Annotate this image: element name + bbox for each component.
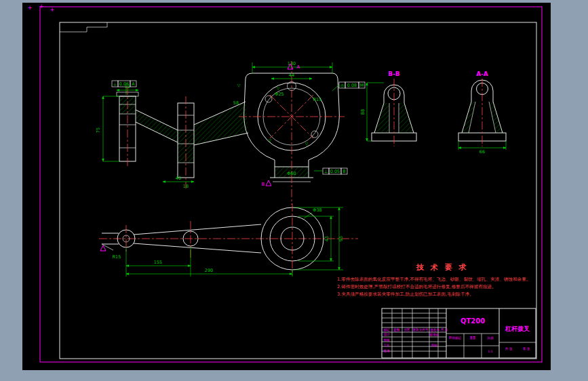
section-label-a: A-A [476, 71, 488, 77]
gdt-symbol: ⊥ [113, 81, 117, 87]
dimension-label: 66 [479, 149, 485, 155]
gdt-symbol: ◎ [340, 83, 345, 88]
dimension-label: Φ60 [287, 171, 296, 176]
titleblock-label: 审核 [431, 344, 437, 347]
dimension-label: 95 [338, 236, 344, 241]
drawing-canvas[interactable] [22, 3, 551, 370]
titleblock-label: 工艺 [383, 343, 390, 347]
dimension-label: 40 [176, 176, 181, 181]
dimension-label: 88 [360, 109, 366, 115]
titleblock-label: 标记 [383, 327, 390, 332]
section-label-b: B-B [388, 71, 400, 77]
dimension-label: R15 [113, 254, 121, 260]
plus-mark-icon: + [50, 7, 55, 13]
plus-mark-icon: + [28, 5, 33, 11]
titleblock-part-name: 杠杆拨叉 [505, 325, 530, 332]
datum-letter-b: B [262, 182, 265, 187]
dimension-label: Φ38 [313, 207, 321, 213]
titleblock-label: 分区 [403, 328, 410, 332]
gdt-symbol: ⊥ [324, 169, 328, 174]
titleblock-label: 更改文件号 [413, 327, 429, 332]
titleblock-label: 重量 [469, 336, 476, 340]
titleblock-label: 阶段标记 [449, 336, 462, 340]
dimension-label: 12 [125, 84, 130, 89]
gdt-value: 0.08 [347, 83, 357, 88]
dimension-label: 44 [289, 73, 294, 78]
dimension-label: 155 [154, 260, 162, 265]
dimension-label: R15 [313, 97, 322, 102]
tech-requirement-line: 2.铸件需时效处理,严禁敲打或校打不合适的毛坯进行修复,修整后不得留有痕迹。 [337, 284, 496, 289]
titleblock-label: 设计 [383, 332, 390, 336]
gdt-value: 0.05 [330, 169, 340, 174]
cad-drawing: + + + ⊥ 0.06 A [0, 0, 588, 381]
dimension-label: 75 [96, 127, 101, 133]
finish-mark-icon: ▽ [269, 138, 272, 142]
titleblock-material: QT200 [460, 317, 485, 325]
cad-viewport: + + + ⊥ 0.06 A [0, 0, 588, 381]
finish-mark-icon: ▽ [305, 141, 309, 146]
dimension-label: 58 [233, 100, 239, 106]
dimension-label: 130 [288, 61, 296, 66]
dimension-label: 18 [183, 184, 189, 189]
finish-mark-icon: ▽ [277, 85, 280, 90]
tech-requirement-line: 3.夹具须严格按要求装夹零件加工,防止划伤已加工表面,毛刺除干净。 [337, 292, 474, 297]
plus-mark-icon: + [39, 3, 44, 9]
tech-requirement-line: 1.零件去除表面的氧化皮应平整干净,不得有毛坯、飞边、砂眼、裂纹、缩孔、夹渣、锈… [337, 277, 530, 282]
titleblock-label: 处数 [393, 327, 400, 332]
gdt-datum: A [132, 81, 135, 87]
datum-letter-a: A [297, 64, 300, 70]
dimension-label: 290 [205, 268, 213, 273]
gdt-datum: B [342, 169, 345, 174]
titleblock-scale-value: 1:1 [488, 350, 492, 353]
finish-mark-icon: ▽ [237, 83, 241, 87]
dimension-label: 45 [324, 236, 330, 241]
tech-requirements-title: 技 术 要 求 [416, 263, 469, 272]
titleblock-label: 签名 [430, 328, 436, 332]
dimension-label: Φ25 [275, 92, 283, 97]
titleblock-label: 校核 [383, 338, 390, 342]
gdt-datum: M [360, 83, 364, 88]
